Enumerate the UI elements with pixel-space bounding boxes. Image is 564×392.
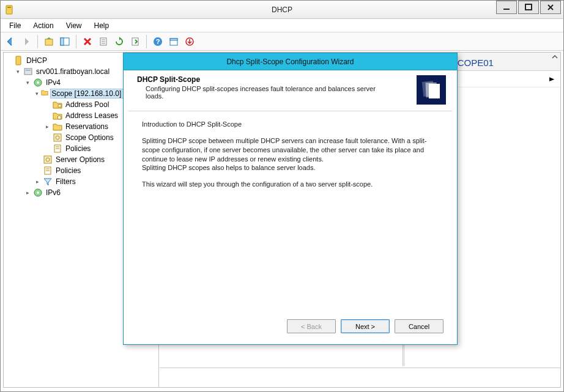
spacer	[34, 157, 41, 163]
dhcp-icon	[13, 56, 23, 65]
wizard-buttons: < Back Next > Cancel	[287, 319, 443, 333]
pool-icon	[53, 100, 62, 109]
wizard-header-sub: Configuring DHCP split-scopes increases …	[137, 84, 376, 100]
leases-icon	[53, 111, 62, 120]
label: Policies	[54, 166, 82, 175]
label: Address Leases	[64, 111, 119, 120]
svg-rect-38	[429, 84, 440, 98]
close-button[interactable]	[540, 1, 561, 14]
chevron-right-icon: ▶	[549, 76, 554, 82]
wizard-cancel-button[interactable]: Cancel	[395, 319, 443, 333]
svg-rect-6	[61, 38, 64, 45]
server-options-icon	[43, 155, 53, 165]
toolbar: ?	[1, 32, 563, 51]
titlebar: DHCP	[1, 1, 563, 19]
spacer	[44, 113, 51, 119]
svg-rect-3	[525, 4, 532, 10]
refresh-button[interactable]	[112, 34, 127, 49]
spacer	[5, 57, 12, 64]
expander-icon[interactable]	[34, 179, 41, 185]
policies-icon	[43, 166, 53, 176]
filters-icon	[43, 177, 53, 187]
wizard-dialog: Dhcp Split-Scope Configuration Wizard DH…	[123, 53, 458, 345]
menu-help[interactable]: Help	[89, 20, 114, 31]
wizard-next-button[interactable]: Next >	[341, 319, 390, 333]
label: Filters	[54, 177, 77, 186]
svg-rect-29	[44, 156, 51, 163]
tree-root-label: DHCP	[25, 56, 48, 65]
expander-icon[interactable]	[44, 124, 51, 130]
server-icon	[23, 67, 33, 76]
collapse-icon[interactable]	[551, 53, 559, 61]
svg-rect-24	[54, 134, 61, 141]
label: Reservations	[64, 122, 109, 131]
record-button[interactable]	[182, 34, 197, 49]
tree-ipv6-label: IPv6	[45, 188, 62, 197]
wizard-body: Introduction to DHCP Split-Scope Splitti…	[128, 111, 452, 201]
calendar-button[interactable]	[166, 34, 181, 49]
svg-rect-22	[58, 105, 61, 107]
tree-server-label: srv001.firatboyan.local	[35, 67, 111, 76]
add-button[interactable]	[42, 34, 56, 49]
svg-point-21	[37, 81, 39, 84]
label: Scope Options	[64, 133, 115, 142]
menubar: File Action View Help	[1, 19, 563, 32]
ipv6-icon	[33, 188, 43, 198]
label: Server Options	[54, 155, 106, 164]
expander-icon[interactable]	[24, 80, 31, 86]
show-hide-button[interactable]	[58, 34, 72, 49]
wizard-titlebar[interactable]: Dhcp Split-Scope Configuration Wizard	[124, 53, 457, 70]
scope-options-icon	[53, 133, 62, 142]
toolbar-separator	[146, 35, 147, 48]
svg-rect-15	[170, 39, 177, 40]
wizard-back-button: < Back	[287, 319, 336, 333]
svg-rect-4	[45, 39, 53, 45]
app-icon	[4, 5, 14, 15]
back-button[interactable]	[3, 34, 18, 49]
window-title: DHCP	[1, 6, 563, 14]
svg-rect-2	[503, 9, 510, 10]
svg-rect-17	[16, 56, 21, 65]
wizard-para2: This wizard will step you through the co…	[142, 180, 441, 189]
spacer	[44, 146, 51, 152]
forward-button[interactable]	[19, 34, 34, 49]
svg-point-35	[37, 191, 39, 194]
menu-action[interactable]: Action	[28, 20, 58, 31]
expander-icon[interactable]	[24, 190, 31, 196]
expander-icon[interactable]	[34, 91, 39, 97]
expander-icon[interactable]	[15, 68, 21, 75]
reservations-icon	[53, 122, 62, 131]
menu-file[interactable]: File	[4, 20, 26, 31]
folder-icon	[41, 89, 48, 98]
maximize-button[interactable]	[518, 1, 539, 14]
export-button[interactable]	[128, 34, 143, 49]
svg-rect-19	[26, 70, 31, 71]
label: Address Pool	[64, 100, 110, 109]
properties-button[interactable]	[96, 34, 111, 49]
svg-text:?: ?	[156, 38, 160, 45]
spacer	[44, 102, 51, 108]
label: Policies	[64, 144, 92, 153]
policies-icon	[53, 144, 62, 153]
wizard-title: Dhcp Split-Scope Configuration Wizard	[226, 57, 354, 66]
tree-ipv4-label: IPv4	[45, 78, 62, 87]
help-button[interactable]: ?	[150, 34, 165, 49]
window-controls	[496, 1, 563, 18]
wizard-para1: Splitting DHCP scope between multiple DH…	[142, 136, 441, 164]
wizard-intro-heading: Introduction to DHCP Split-Scope	[142, 120, 441, 129]
minimize-button[interactable]	[496, 1, 517, 14]
menu-view[interactable]: View	[61, 20, 87, 31]
delete-button[interactable]	[80, 34, 95, 49]
wizard-icon	[417, 75, 446, 105]
wizard-para1b: Splitting DHCP scopes also helps to bala…	[142, 163, 441, 172]
spacer	[34, 168, 41, 174]
spacer	[44, 135, 51, 141]
svg-rect-18	[24, 68, 32, 75]
svg-point-23	[58, 116, 61, 119]
ipv4-icon	[33, 78, 43, 87]
wizard-header: DHCP Split-Scope Configuring DHCP split-…	[128, 70, 452, 111]
toolbar-separator	[76, 35, 76, 48]
wizard-header-title: DHCP Split-Scope	[137, 75, 412, 84]
toolbar-separator	[37, 35, 38, 48]
svg-rect-1	[7, 7, 11, 8]
